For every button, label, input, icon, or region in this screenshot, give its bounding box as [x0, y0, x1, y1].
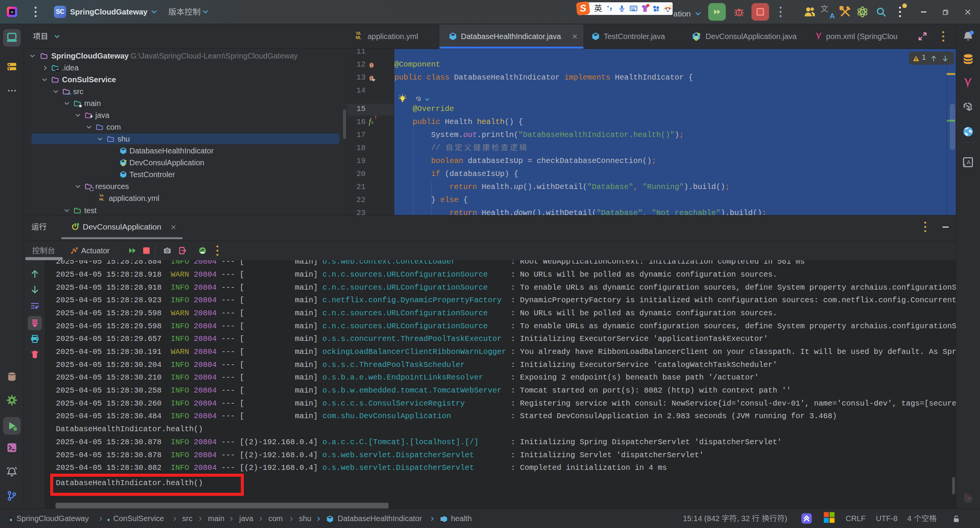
svg-text:A: A — [967, 159, 970, 165]
